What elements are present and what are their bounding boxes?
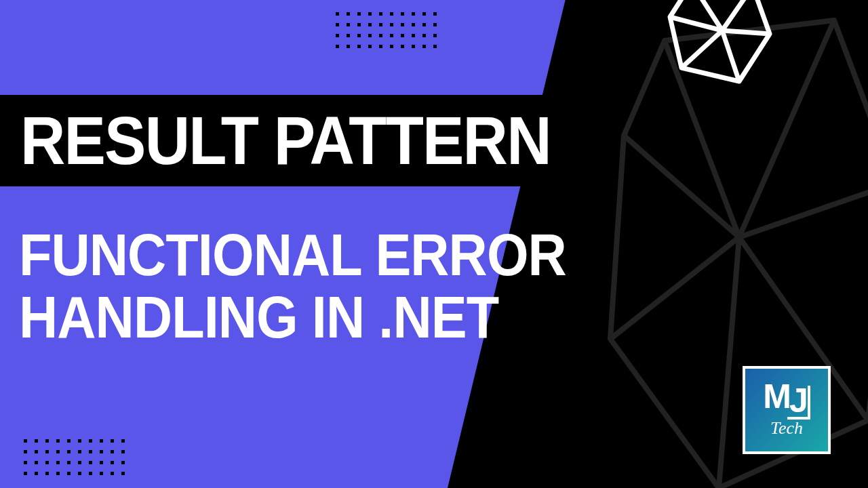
logo-letter-j: J bbox=[787, 386, 810, 420]
svg-marker-0 bbox=[670, 0, 770, 81]
svg-line-3 bbox=[722, 30, 770, 34]
svg-line-2 bbox=[722, 0, 753, 30]
title-banner: RESULT PATTERN bbox=[0, 95, 616, 186]
main-title: RESULT PATTERN bbox=[20, 108, 551, 173]
svg-line-13 bbox=[610, 237, 739, 339]
dot-grid-decoration-top bbox=[336, 12, 437, 49]
subtitle-line-1: FUNCTIONAL ERROR bbox=[19, 224, 566, 286]
dot-grid-decoration-bottom bbox=[24, 439, 125, 476]
subtitle-block: FUNCTIONAL ERROR HANDLING IN .NET bbox=[19, 224, 566, 349]
brand-logo: MJ Tech bbox=[743, 366, 831, 454]
crystal-shape-white-icon bbox=[665, 0, 780, 95]
svg-line-12 bbox=[719, 237, 739, 488]
logo-letter-m: M bbox=[763, 378, 789, 415]
svg-line-5 bbox=[682, 30, 722, 68]
thumbnail-canvas: RESULT PATTERN FUNCTIONAL ERROR HANDLING… bbox=[0, 0, 868, 488]
logo-word: Tech bbox=[770, 418, 803, 439]
svg-line-4 bbox=[722, 30, 739, 81]
logo-initials: MJ bbox=[763, 382, 810, 415]
subtitle-line-2: HANDLING IN .NET bbox=[19, 286, 566, 348]
